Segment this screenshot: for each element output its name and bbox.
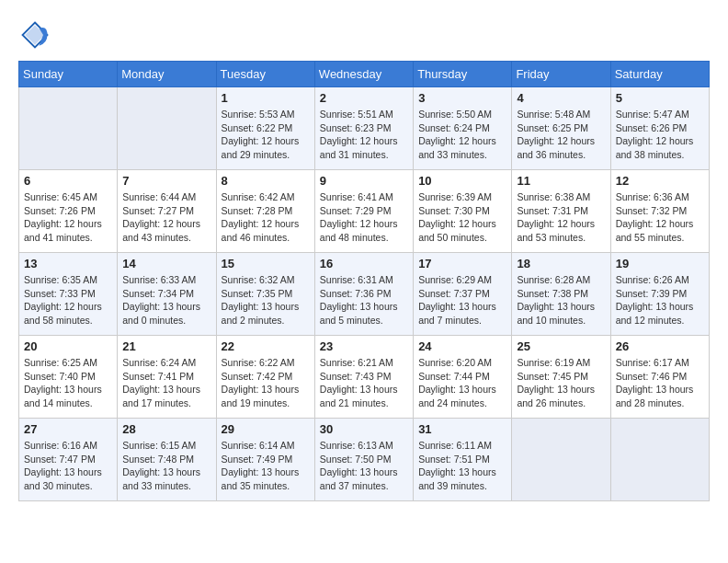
weekday-header-sunday: Sunday — [19, 62, 118, 87]
calendar-week-row: 13Sunrise: 6:35 AM Sunset: 7:33 PM Dayli… — [19, 253, 710, 336]
day-info: Sunrise: 5:50 AM Sunset: 6:24 PM Dayligh… — [418, 108, 506, 162]
calendar-cell: 5Sunrise: 5:47 AM Sunset: 6:26 PM Daylig… — [610, 87, 709, 170]
calendar-week-row: 27Sunrise: 6:16 AM Sunset: 7:47 PM Dayli… — [19, 419, 710, 501]
day-info: Sunrise: 5:53 AM Sunset: 6:22 PM Dayligh… — [222, 108, 310, 162]
calendar-cell: 17Sunrise: 6:29 AM Sunset: 7:37 PM Dayli… — [414, 253, 512, 336]
calendar-cell — [19, 87, 118, 170]
day-number: 22 — [222, 339, 310, 353]
calendar-cell: 15Sunrise: 6:32 AM Sunset: 7:35 PM Dayli… — [216, 253, 314, 336]
day-info: Sunrise: 6:32 AM Sunset: 7:35 PM Dayligh… — [222, 273, 310, 327]
day-info: Sunrise: 6:25 AM Sunset: 7:40 PM Dayligh… — [24, 356, 112, 410]
day-info: Sunrise: 6:17 AM Sunset: 7:46 PM Dayligh… — [616, 356, 704, 410]
day-info: Sunrise: 6:15 AM Sunset: 7:48 PM Dayligh… — [122, 439, 210, 493]
day-number: 8 — [222, 174, 310, 188]
calendar-header-row: SundayMondayTuesdayWednesdayThursdayFrid… — [19, 62, 710, 87]
day-number: 23 — [320, 339, 408, 353]
day-number: 6 — [24, 174, 112, 188]
calendar-cell: 11Sunrise: 6:38 AM Sunset: 7:31 PM Dayli… — [512, 170, 610, 253]
weekday-header-tuesday: Tuesday — [216, 62, 314, 87]
day-number: 26 — [616, 339, 704, 353]
calendar-cell: 25Sunrise: 6:19 AM Sunset: 7:45 PM Dayli… — [512, 336, 610, 419]
calendar-cell: 6Sunrise: 6:45 AM Sunset: 7:26 PM Daylig… — [19, 170, 118, 253]
calendar-week-row: 1Sunrise: 5:53 AM Sunset: 6:22 PM Daylig… — [19, 87, 710, 170]
calendar-table: SundayMondayTuesdayWednesdayThursdayFrid… — [18, 61, 710, 501]
calendar-cell — [118, 87, 216, 170]
day-info: Sunrise: 5:48 AM Sunset: 6:25 PM Dayligh… — [517, 108, 605, 162]
day-number: 12 — [616, 174, 704, 188]
day-info: Sunrise: 6:21 AM Sunset: 7:43 PM Dayligh… — [320, 356, 408, 410]
day-info: Sunrise: 6:22 AM Sunset: 7:42 PM Dayligh… — [222, 356, 310, 410]
day-number: 16 — [320, 257, 408, 270]
calendar-cell: 26Sunrise: 6:17 AM Sunset: 7:46 PM Dayli… — [610, 336, 709, 419]
day-number: 15 — [222, 257, 310, 270]
day-number: 9 — [320, 174, 408, 188]
day-number: 29 — [222, 422, 310, 436]
calendar-cell: 27Sunrise: 6:16 AM Sunset: 7:47 PM Dayli… — [19, 419, 118, 501]
day-info: Sunrise: 6:26 AM Sunset: 7:39 PM Dayligh… — [616, 273, 704, 327]
day-info: Sunrise: 6:16 AM Sunset: 7:47 PM Dayligh… — [24, 439, 112, 493]
calendar-cell: 10Sunrise: 6:39 AM Sunset: 7:30 PM Dayli… — [414, 170, 512, 253]
calendar-cell: 23Sunrise: 6:21 AM Sunset: 7:43 PM Dayli… — [314, 336, 413, 419]
calendar-cell: 13Sunrise: 6:35 AM Sunset: 7:33 PM Dayli… — [19, 253, 118, 336]
day-info: Sunrise: 6:45 AM Sunset: 7:26 PM Dayligh… — [24, 190, 112, 245]
calendar-cell: 22Sunrise: 6:22 AM Sunset: 7:42 PM Dayli… — [216, 336, 314, 419]
day-number: 5 — [616, 91, 704, 105]
calendar-cell: 16Sunrise: 6:31 AM Sunset: 7:36 PM Dayli… — [314, 253, 413, 336]
day-info: Sunrise: 5:47 AM Sunset: 6:26 PM Dayligh… — [616, 108, 704, 162]
day-info: Sunrise: 6:38 AM Sunset: 7:31 PM Dayligh… — [517, 190, 605, 245]
day-info: Sunrise: 6:42 AM Sunset: 7:28 PM Dayligh… — [222, 190, 310, 245]
day-number: 7 — [122, 174, 210, 188]
calendar-cell: 30Sunrise: 6:13 AM Sunset: 7:50 PM Dayli… — [314, 419, 413, 501]
day-info: Sunrise: 6:14 AM Sunset: 7:49 PM Dayligh… — [222, 439, 310, 493]
day-number: 25 — [517, 339, 605, 353]
day-info: Sunrise: 6:19 AM Sunset: 7:45 PM Dayligh… — [517, 356, 605, 410]
calendar-cell: 3Sunrise: 5:50 AM Sunset: 6:24 PM Daylig… — [414, 87, 512, 170]
calendar-cell: 9Sunrise: 6:41 AM Sunset: 7:29 PM Daylig… — [314, 170, 413, 253]
calendar-cell: 21Sunrise: 6:24 AM Sunset: 7:41 PM Dayli… — [118, 336, 216, 419]
day-info: Sunrise: 6:36 AM Sunset: 7:32 PM Dayligh… — [616, 190, 704, 245]
day-info: Sunrise: 6:13 AM Sunset: 7:50 PM Dayligh… — [320, 439, 408, 493]
calendar-cell — [610, 419, 709, 501]
calendar-week-row: 20Sunrise: 6:25 AM Sunset: 7:40 PM Dayli… — [19, 336, 710, 419]
calendar-cell: 20Sunrise: 6:25 AM Sunset: 7:40 PM Dayli… — [19, 336, 118, 419]
day-info: Sunrise: 6:31 AM Sunset: 7:36 PM Dayligh… — [320, 273, 408, 327]
day-number: 20 — [24, 339, 112, 353]
day-info: Sunrise: 5:51 AM Sunset: 6:23 PM Dayligh… — [320, 108, 408, 162]
day-number: 2 — [320, 91, 408, 105]
day-info: Sunrise: 6:11 AM Sunset: 7:51 PM Dayligh… — [418, 439, 506, 493]
day-number: 28 — [122, 422, 210, 436]
calendar-cell: 28Sunrise: 6:15 AM Sunset: 7:48 PM Dayli… — [118, 419, 216, 501]
calendar-cell: 29Sunrise: 6:14 AM Sunset: 7:49 PM Dayli… — [216, 419, 314, 501]
day-info: Sunrise: 6:35 AM Sunset: 7:33 PM Dayligh… — [24, 273, 112, 327]
calendar-cell: 31Sunrise: 6:11 AM Sunset: 7:51 PM Dayli… — [414, 419, 512, 501]
day-info: Sunrise: 6:33 AM Sunset: 7:34 PM Dayligh… — [122, 273, 210, 327]
weekday-header-monday: Monday — [118, 62, 216, 87]
logo — [18, 18, 55, 52]
day-number: 31 — [418, 422, 506, 436]
day-info: Sunrise: 6:28 AM Sunset: 7:38 PM Dayligh… — [517, 273, 605, 327]
day-number: 21 — [122, 339, 210, 353]
calendar-cell: 2Sunrise: 5:51 AM Sunset: 6:23 PM Daylig… — [314, 87, 413, 170]
logo-icon — [18, 18, 51, 52]
day-number: 30 — [320, 422, 408, 436]
day-info: Sunrise: 6:24 AM Sunset: 7:41 PM Dayligh… — [122, 356, 210, 410]
calendar-cell: 18Sunrise: 6:28 AM Sunset: 7:38 PM Dayli… — [512, 253, 610, 336]
day-number: 11 — [517, 174, 605, 188]
page-header — [18, 18, 710, 52]
day-number: 13 — [24, 257, 112, 270]
calendar-week-row: 6Sunrise: 6:45 AM Sunset: 7:26 PM Daylig… — [19, 170, 710, 253]
calendar-cell: 12Sunrise: 6:36 AM Sunset: 7:32 PM Dayli… — [610, 170, 709, 253]
calendar-cell: 14Sunrise: 6:33 AM Sunset: 7:34 PM Dayli… — [118, 253, 216, 336]
day-number: 17 — [418, 257, 506, 270]
calendar-cell: 8Sunrise: 6:42 AM Sunset: 7:28 PM Daylig… — [216, 170, 314, 253]
day-info: Sunrise: 6:39 AM Sunset: 7:30 PM Dayligh… — [418, 190, 506, 245]
day-number: 1 — [222, 91, 310, 105]
calendar-cell: 4Sunrise: 5:48 AM Sunset: 6:25 PM Daylig… — [512, 87, 610, 170]
weekday-header-thursday: Thursday — [414, 62, 512, 87]
day-number: 27 — [24, 422, 112, 436]
calendar-cell: 1Sunrise: 5:53 AM Sunset: 6:22 PM Daylig… — [216, 87, 314, 170]
weekday-header-friday: Friday — [512, 62, 610, 87]
day-info: Sunrise: 6:44 AM Sunset: 7:27 PM Dayligh… — [122, 190, 210, 245]
calendar-cell: 19Sunrise: 6:26 AM Sunset: 7:39 PM Dayli… — [610, 253, 709, 336]
day-number: 19 — [616, 257, 704, 270]
